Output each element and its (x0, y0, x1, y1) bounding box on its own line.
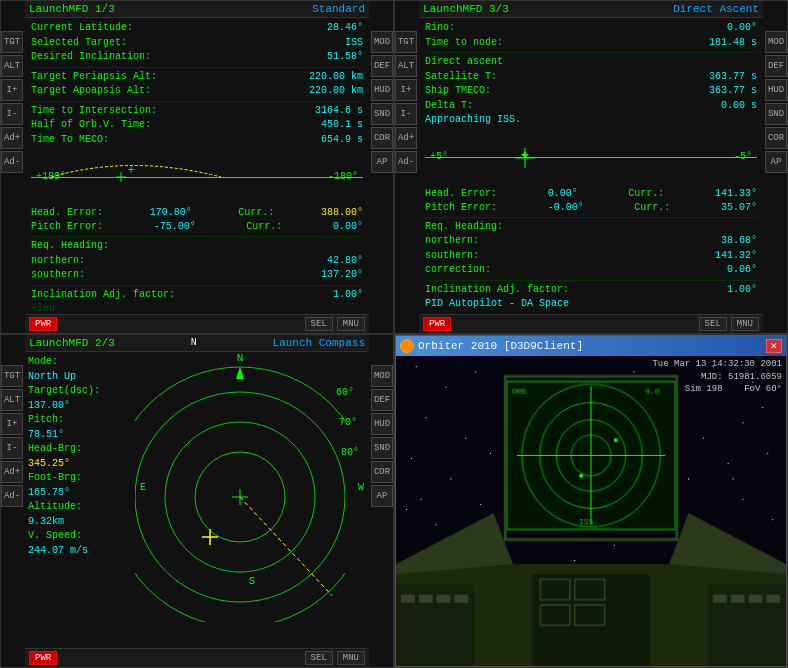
mod-btn-p2[interactable]: MOD (765, 31, 787, 53)
p1-bottom: PWR SEL MNU (25, 314, 369, 333)
p1-ti-value: 3164.6 s (315, 104, 363, 119)
p1-content: Current Latitude: 28.46° Selected Target… (25, 18, 369, 334)
p3-mnu-btn[interactable]: MNU (337, 651, 365, 665)
p3-fbrg-val: 165.75° (28, 486, 132, 501)
alt-btn-p2[interactable]: ALT (395, 55, 417, 77)
panel-1: TGT ALT I+ I- Ad+ Ad- MOD DEF HUD SND CO… (0, 0, 394, 334)
hud-btn-p3[interactable]: HUD (371, 413, 393, 435)
cor-btn-p1[interactable]: COR (371, 127, 393, 149)
p1-horizon-svg: + (31, 149, 363, 204)
def-btn-p2[interactable]: DEF (765, 55, 787, 77)
p2-sel-btn[interactable]: SEL (699, 317, 727, 331)
p3-pwr-btn[interactable]: PWR (29, 651, 57, 665)
ap-btn-p3[interactable]: AP (371, 485, 393, 507)
im-btn-p3[interactable]: I- (1, 437, 23, 459)
p1-row-peri: Target Periapsis Alt: 220.00 km (31, 70, 363, 85)
hud-btn-p2[interactable]: HUD (765, 79, 787, 101)
p1-lat-value: 28.46° (327, 21, 363, 36)
adp-btn-p2[interactable]: Ad+ (395, 127, 417, 149)
tgt-btn-p2[interactable]: TGT (395, 31, 417, 53)
p2-horizon: +5° -5° ✦ (425, 130, 757, 185)
alt-btn-p1[interactable]: ALT (1, 55, 23, 77)
panel-4: Orbiter 2010 [D3D9Client] ✕ Tue Mar 13 1… (394, 334, 788, 668)
hud-btn-p1[interactable]: HUD (371, 79, 393, 101)
p3-layout: Mode: North Up Target(dsc): 137.00° Pitc… (25, 352, 369, 622)
main-grid: TGT ALT I+ I- Ad+ Ad- MOD DEF HUD SND CO… (0, 0, 788, 668)
p1-row-lat: Current Latitude: 28.46° (31, 21, 363, 36)
p1-sel-btn[interactable]: SEL (305, 317, 333, 331)
p1-incl-label: Desired Inclination: (31, 50, 151, 65)
snd-btn-p2[interactable]: SND (765, 103, 787, 125)
adm-btn-p2[interactable]: Ad- (395, 151, 417, 173)
p3-sel-btn[interactable]: SEL (305, 651, 333, 665)
p1-pwr-btn[interactable]: PWR (29, 317, 57, 331)
orbiter-info: Tue Mar 13 14:32:30 2001 MJD: 51981.6059… (652, 358, 782, 396)
p2-pwr-btn[interactable]: PWR (423, 317, 451, 331)
p2-southern: southern: 141.32° (425, 249, 757, 264)
panel-3: TGT ALT I+ I- Ad+ Ad- MOD DEF HUD SND CO… (0, 334, 394, 668)
cor-btn-p3[interactable]: COR (371, 461, 393, 483)
p1-mnu-btn[interactable]: MNU (337, 317, 365, 331)
p1-target-value: ISS (345, 36, 363, 51)
p2-content: Rino: 0.00° Time to node: 181.48 s Direc… (419, 18, 763, 334)
im-btn-p1[interactable]: I- (1, 103, 23, 125)
mod-btn-p3[interactable]: MOD (371, 365, 393, 387)
adp-btn-p1[interactable]: Ad+ (1, 127, 23, 149)
ip-btn-p2[interactable]: I+ (395, 79, 417, 101)
p1-peri-label: Target Periapsis Alt: (31, 70, 157, 85)
p1-meco-value: 654.9 s (321, 133, 363, 148)
p3-inner: LaunchMFD 2/3 N Launch Compass Mode: Nor… (25, 335, 369, 622)
compass-canvas (135, 352, 345, 622)
p2-ship-tmeco: Ship TMECO: 363.77 s (425, 84, 757, 99)
orbiter-content: Tue Mar 13 14:32:30 2001 MJD: 51981.6059… (396, 356, 786, 666)
p2-approaching: Approaching ISS. (425, 113, 757, 128)
tgt-btn-p1[interactable]: TGT (1, 31, 23, 53)
p1-northern: northern: 42.80° (31, 254, 363, 269)
ap-btn-p1[interactable]: AP (371, 151, 393, 173)
p1-southern: southern: 137.20° (31, 268, 363, 283)
right-buttons-p3: MOD DEF HUD SND COR AP (371, 365, 393, 507)
adm-btn-p1[interactable]: Ad- (1, 151, 23, 173)
p1-horb-value: 450.1 s (321, 118, 363, 133)
adp-btn-p3[interactable]: Ad+ (1, 461, 23, 483)
orbiter-sim: Sim 198 FoV 60° (652, 383, 782, 396)
cor-btn-p2[interactable]: COR (765, 127, 787, 149)
p3-header: LaunchMFD 2/3 N Launch Compass (25, 335, 369, 352)
left-buttons-p3: TGT ALT I+ I- Ad+ Ad- (1, 365, 23, 507)
adm-btn-p3[interactable]: Ad- (1, 485, 23, 507)
left-buttons-p1: TGT ALT I+ I- Ad+ Ad- (1, 31, 23, 173)
snd-btn-p3[interactable]: SND (371, 437, 393, 459)
mod-btn-p1[interactable]: MOD (371, 31, 393, 53)
p1-row-incl: Desired Inclination: 51.58° (31, 50, 363, 65)
p1-incl-adj: Inclination Adj. factor: 1.00° (31, 288, 363, 303)
alt-btn-p3[interactable]: ALT (1, 389, 23, 411)
ap-btn-p2[interactable]: AP (765, 151, 787, 173)
p2-mnu-btn[interactable]: MNU (731, 317, 759, 331)
p1-errors: Head. Error: 170.80° Curr.: 388.00° Pitc… (31, 206, 363, 234)
tgt-btn-p3[interactable]: TGT (1, 365, 23, 387)
orbiter-icon (400, 339, 414, 353)
p3-compass-70: 70° (339, 417, 357, 428)
snd-btn-p1[interactable]: SND (371, 103, 393, 125)
p2-sat-t: Satellite T: 363.77 s (425, 70, 757, 85)
p3-title: LaunchMFD 2/3 (29, 337, 115, 349)
orbiter-scene-canvas (396, 356, 786, 666)
p3-bottom-right: SEL MNU (305, 651, 365, 665)
orbiter-close-btn[interactable]: ✕ (766, 339, 782, 353)
p3-hbrg-val: 345.25° (28, 457, 132, 472)
p2-delta-t: Delta T: 0.00 s (425, 99, 757, 114)
p3-mode-row: Mode: (28, 355, 132, 370)
def-btn-p3[interactable]: DEF (371, 389, 393, 411)
p1-row-horb: Half of Orb.V. Time: 450.1 s (31, 118, 363, 133)
im-btn-p2[interactable]: I- (395, 103, 417, 125)
p3-vspd-row: V. Speed: (28, 529, 132, 544)
p2-incl-adj: Inclination Adj. factor: 1.00° (425, 283, 757, 298)
def-btn-p1[interactable]: DEF (371, 55, 393, 77)
p3-text-data: Mode: North Up Target(dsc): 137.00° Pitc… (25, 352, 135, 622)
p3-compass-container: 60° 70° 80° E W S (135, 352, 369, 622)
p1-mode: Standard (312, 3, 365, 15)
p1-pitch-err-row: Pitch Error: -75.00° Curr.: 0.00° (31, 220, 363, 234)
p3-fbrg-row: Foot-Brg: (28, 471, 132, 486)
ip-btn-p1[interactable]: I+ (1, 79, 23, 101)
ip-btn-p3[interactable]: I+ (1, 413, 23, 435)
